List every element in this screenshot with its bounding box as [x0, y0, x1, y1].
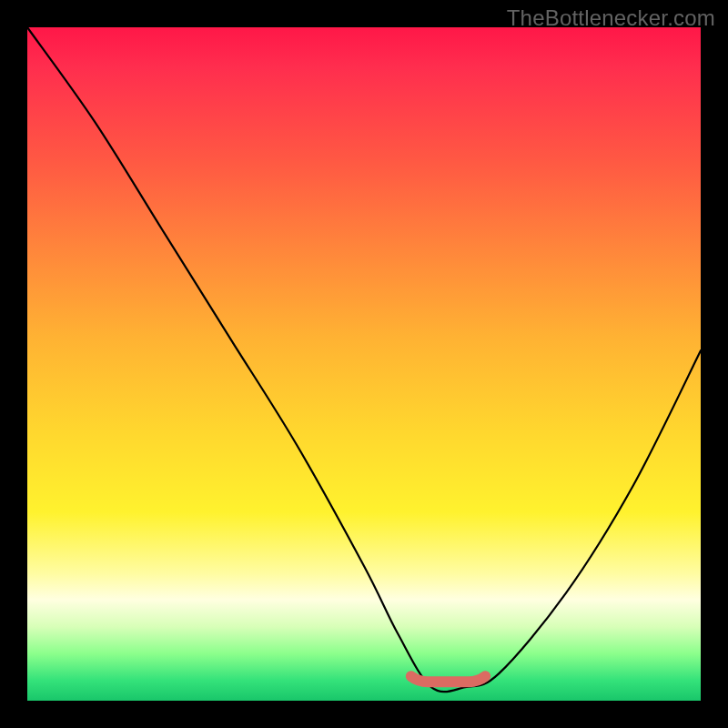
optimal-range-highlight — [411, 676, 485, 682]
plot-area — [27, 27, 701, 701]
bottleneck-curve — [27, 27, 701, 692]
curve-svg — [27, 27, 701, 701]
watermark-text: TheBottlenecker.com — [507, 5, 715, 31]
chart-frame: TheBottlenecker.com — [0, 0, 728, 728]
